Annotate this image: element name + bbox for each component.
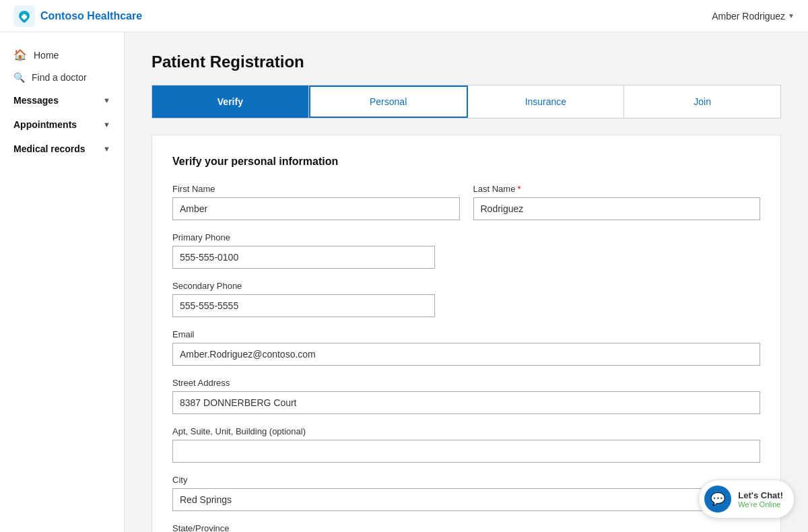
email-row: Email bbox=[172, 329, 760, 366]
city-label: City bbox=[172, 475, 760, 485]
medical-records-chevron-icon: ▼ bbox=[103, 145, 110, 153]
primary-phone-input[interactable] bbox=[172, 246, 435, 269]
state-row: State/Province bbox=[172, 523, 760, 532]
chat-text: Let's Chat! We're Online bbox=[738, 490, 783, 508]
tab-insurance[interactable]: Insurance bbox=[468, 86, 625, 118]
find-doctor-icon: 🔍 bbox=[13, 72, 25, 83]
appointments-chevron-icon: ▼ bbox=[103, 121, 110, 129]
apt-input[interactable] bbox=[172, 440, 760, 463]
tab-personal[interactable]: Personal bbox=[309, 86, 468, 118]
primary-phone-row: Primary Phone bbox=[172, 232, 760, 269]
first-name-label: First Name bbox=[172, 184, 460, 194]
sidebar-item-find-doctor[interactable]: 🔍 Find a doctor bbox=[0, 67, 124, 88]
apt-row: Apt, Suite, Unit, Building (optional) bbox=[172, 426, 760, 463]
primary-phone-group: Primary Phone bbox=[172, 232, 435, 269]
main-content: Patient Registration Verify Personal Ins… bbox=[125, 32, 808, 532]
user-menu-chevron-icon: ▼ bbox=[788, 12, 795, 20]
primary-phone-label: Primary Phone bbox=[172, 232, 435, 242]
sidebar-label-medical-records: Medical records bbox=[13, 143, 86, 154]
sidebar: 🏠 Home 🔍 Find a doctor Messages ▼ Appoin… bbox=[0, 32, 125, 532]
first-name-input[interactable] bbox=[172, 197, 460, 220]
sidebar-section-messages[interactable]: Messages ▼ bbox=[0, 88, 124, 112]
email-input[interactable] bbox=[172, 343, 760, 366]
chat-bubble-icon: 💬 bbox=[710, 492, 725, 506]
tab-bar: Verify Personal Insurance Join bbox=[152, 85, 781, 119]
sidebar-label-messages: Messages bbox=[13, 95, 59, 106]
brand: Contoso Healthcare bbox=[13, 5, 142, 27]
apt-label: Apt, Suite, Unit, Building (optional) bbox=[172, 426, 760, 436]
user-name: Amber Rodriguez bbox=[712, 11, 785, 22]
city-input[interactable] bbox=[172, 488, 760, 511]
tab-join[interactable]: Join bbox=[624, 86, 780, 118]
tab-verify[interactable]: Verify bbox=[152, 86, 309, 118]
street-address-row: Street Address bbox=[172, 378, 760, 414]
street-address-input[interactable] bbox=[172, 391, 760, 414]
chat-icon: 💬 bbox=[704, 486, 731, 512]
user-menu[interactable]: Amber Rodriguez ▼ bbox=[712, 11, 795, 22]
sidebar-label-appointments: Appointments bbox=[13, 119, 77, 130]
layout: 🏠 Home 🔍 Find a doctor Messages ▼ Appoin… bbox=[0, 32, 808, 532]
sidebar-section-medical-records[interactable]: Medical records ▼ bbox=[0, 137, 124, 161]
chat-subtitle: We're Online bbox=[738, 500, 783, 508]
sidebar-label-find-doctor: Find a doctor bbox=[32, 72, 87, 83]
chat-widget[interactable]: 💬 Let's Chat! We're Online bbox=[698, 479, 795, 519]
page-title: Patient Registration bbox=[152, 53, 781, 71]
secondary-phone-input[interactable] bbox=[172, 294, 435, 317]
city-group: City bbox=[172, 475, 760, 511]
apt-group: Apt, Suite, Unit, Building (optional) bbox=[172, 426, 760, 463]
svg-rect-2 bbox=[22, 15, 27, 18]
sidebar-item-home[interactable]: 🏠 Home bbox=[0, 43, 124, 67]
secondary-phone-row: Secondary Phone bbox=[172, 281, 760, 317]
email-label: Email bbox=[172, 329, 760, 339]
state-group: State/Province bbox=[172, 523, 760, 532]
last-name-group: Last Name* bbox=[473, 184, 761, 220]
form-card: Verify your personal information First N… bbox=[152, 135, 781, 532]
brand-name: Contoso Healthcare bbox=[40, 10, 142, 22]
form-section-title: Verify your personal information bbox=[172, 156, 760, 168]
first-name-group: First Name bbox=[172, 184, 460, 220]
state-label: State/Province bbox=[172, 523, 760, 532]
chat-title: Let's Chat! bbox=[738, 490, 783, 500]
home-icon: 🏠 bbox=[13, 48, 27, 61]
secondary-phone-label: Secondary Phone bbox=[172, 281, 435, 291]
messages-chevron-icon: ▼ bbox=[103, 96, 110, 104]
city-row: City bbox=[172, 475, 760, 511]
last-name-label: Last Name* bbox=[473, 184, 761, 194]
name-row: First Name Last Name* bbox=[172, 184, 760, 220]
secondary-phone-group: Secondary Phone bbox=[172, 281, 435, 317]
sidebar-section-appointments[interactable]: Appointments ▼ bbox=[0, 112, 124, 137]
top-nav: Contoso Healthcare Amber Rodriguez ▼ bbox=[0, 0, 808, 32]
sidebar-label-home: Home bbox=[34, 50, 59, 61]
brand-logo-icon bbox=[13, 5, 35, 27]
street-address-label: Street Address bbox=[172, 378, 760, 388]
last-name-required: * bbox=[517, 184, 520, 194]
email-group: Email bbox=[172, 329, 760, 366]
last-name-input[interactable] bbox=[473, 197, 761, 220]
street-address-group: Street Address bbox=[172, 378, 760, 414]
